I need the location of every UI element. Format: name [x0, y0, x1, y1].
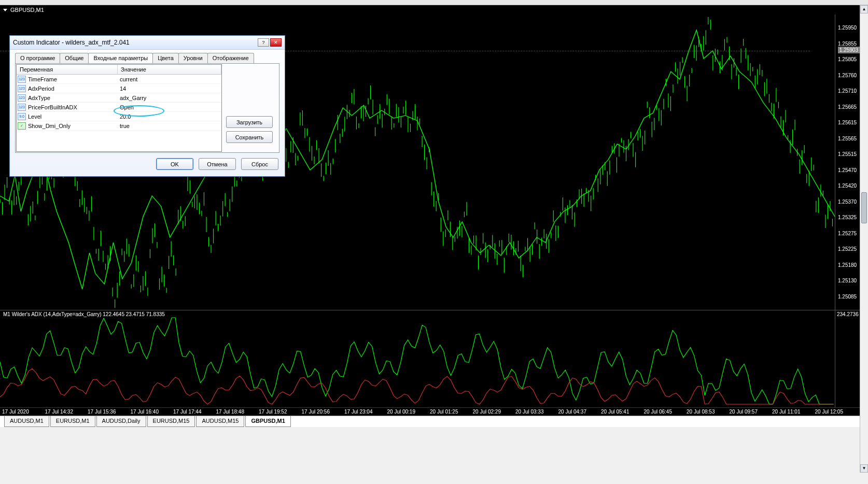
vertical-scrollbar[interactable]: ▲ ▼: [860, 5, 868, 473]
price-tick: 1.25760: [836, 73, 859, 78]
price-tick: 1.25180: [836, 262, 859, 268]
price-tick: 1.25950: [836, 25, 859, 31]
param-name: AdxPeriod: [27, 86, 118, 92]
time-tick: 20 Jul 00:19: [387, 409, 430, 415]
param-value[interactable]: 14: [118, 86, 221, 92]
price-tick: 1.25325: [836, 215, 859, 220]
type-icon: 123: [18, 94, 26, 102]
current-price-label: 1.25903: [838, 47, 860, 53]
scrollbar-thumb[interactable]: [861, 192, 867, 223]
chart-title-bar: GBPUSD,M1: [0, 5, 860, 15]
time-tick: 17 Jul 2020: [2, 409, 45, 415]
dialog-tabs: О программеОбщиеВходные параметрыЦветаУр…: [10, 50, 285, 63]
param-row[interactable]: 9.0Level20.0: [17, 112, 221, 121]
scroll-up-icon[interactable]: ▲: [860, 5, 868, 13]
scroll-down-icon[interactable]: ▼: [860, 464, 868, 473]
time-tick: 17 Jul 23:04: [344, 409, 387, 415]
param-row[interactable]: 123TimeFramecurrent: [17, 75, 221, 84]
dialog-tab[interactable]: Общие: [60, 53, 89, 63]
time-tick: 20 Jul 06:45: [644, 409, 687, 415]
price-tick: 1.25565: [836, 136, 859, 141]
time-tick: 17 Jul 15:36: [88, 409, 131, 415]
param-row[interactable]: ✓Show_Dmi_Onlytrue: [17, 121, 221, 131]
param-name: Level: [27, 113, 118, 120]
price-tick: 1.25665: [836, 104, 859, 110]
price-tick: 1.25225: [836, 246, 859, 252]
time-tick: 20 Jul 04:37: [558, 409, 601, 415]
price-tick: 1.25710: [836, 88, 859, 94]
chart-tab[interactable]: AUDUSD,M15: [196, 416, 244, 427]
time-tick: 17 Jul 18:48: [216, 409, 259, 415]
dialog-title: Custom Indicator - wilders_adx_mtf_2.041: [13, 39, 257, 46]
time-tick: 20 Jul 01:25: [430, 409, 473, 415]
param-value[interactable]: Open: [118, 104, 221, 110]
indicator-axis: 234.2736: [835, 310, 860, 407]
dialog-tab[interactable]: Уровни: [178, 53, 208, 63]
dialog-tab[interactable]: О программе: [15, 53, 60, 63]
dropdown-icon[interactable]: [3, 9, 7, 11]
param-row[interactable]: 123AdxPeriod14: [17, 84, 221, 93]
time-tick: 17 Jul 19:52: [259, 409, 302, 415]
param-value[interactable]: adx_Garry: [118, 95, 221, 101]
table-header: Переменная Значение: [17, 65, 221, 75]
dialog-tab[interactable]: Входные параметры: [88, 53, 153, 63]
time-tick: 20 Jul 09:57: [730, 409, 773, 415]
type-icon: 123: [18, 104, 26, 111]
time-tick: 20 Jul 12:05: [815, 409, 858, 415]
price-tick: 1.25420: [836, 183, 859, 189]
time-tick: 17 Jul 17:44: [173, 409, 216, 415]
price-tick: 1.25275: [836, 231, 859, 236]
dialog-titlebar[interactable]: Custom Indicator - wilders_adx_mtf_2.041…: [10, 36, 285, 50]
type-icon: 123: [18, 85, 26, 92]
time-tick: 20 Jul 11:01: [772, 409, 815, 415]
time-tick: 20 Jul 08:53: [687, 409, 730, 415]
price-tick: 1.25085: [836, 294, 859, 300]
save-button[interactable]: Сохранить: [226, 131, 273, 143]
type-icon: 123: [18, 76, 26, 83]
dialog-tab[interactable]: Отображение: [207, 53, 254, 63]
time-tick: 20 Jul 05:41: [601, 409, 644, 415]
price-tick: 1.25470: [836, 167, 859, 173]
param-row[interactable]: 123PriceForBuiltInADXOpen: [17, 103, 221, 112]
type-icon: ✓: [18, 122, 26, 130]
chart-symbol-title: GBPUSD,M1: [10, 7, 44, 13]
price-tick: 1.25370: [836, 199, 859, 205]
time-tick: 20 Jul 03:33: [515, 409, 558, 415]
param-name: TimeFrame: [27, 76, 118, 82]
indicator-svg: [0, 310, 835, 407]
time-tick: 17 Jul 16:40: [131, 409, 174, 415]
price-tick: 1.25615: [836, 120, 859, 125]
parameters-table[interactable]: Переменная Значение 123TimeFramecurrent1…: [16, 64, 222, 152]
param-row[interactable]: 123AdxTypeadx_Garry: [17, 93, 221, 103]
param-value[interactable]: true: [118, 123, 221, 129]
time-tick: 20 Jul 02:29: [473, 409, 516, 415]
help-button[interactable]: ?: [258, 38, 269, 47]
param-name: Show_Dmi_Only: [27, 123, 118, 129]
price-tick: 1.25515: [836, 151, 859, 157]
param-name: AdxType: [27, 95, 118, 101]
indicator-panel[interactable]: M1 Wilder's ADX (14,AdxType=adx_Garry) 1…: [0, 310, 860, 407]
chart-tab[interactable]: EURUSD,M1: [50, 416, 95, 427]
app-toolbar: [0, 0, 868, 5]
chart-tab[interactable]: EURUSD,M15: [147, 416, 195, 427]
close-button[interactable]: ✕: [270, 38, 282, 47]
indicator-properties-dialog: Custom Indicator - wilders_adx_mtf_2.041…: [9, 35, 285, 177]
cancel-button[interactable]: Отмена: [199, 158, 236, 170]
load-button[interactable]: Загрузить: [226, 116, 273, 128]
dialog-tab[interactable]: Цвета: [152, 53, 179, 63]
param-value[interactable]: current: [118, 76, 221, 82]
time-tick: 17 Jul 20:56: [302, 409, 345, 415]
param-value[interactable]: 20.0: [118, 113, 221, 120]
chart-tab[interactable]: GBPUSD,M1: [245, 416, 290, 427]
price-tick: 1.25805: [836, 56, 859, 62]
time-tick: 17 Jul 14:32: [45, 409, 88, 415]
ok-button[interactable]: OK: [156, 158, 193, 170]
chart-tab[interactable]: AUDUSD,Daily: [96, 416, 146, 427]
chart-tab[interactable]: AUDUSD,M1: [4, 416, 49, 427]
time-axis: 17 Jul 202017 Jul 14:3217 Jul 15:3617 Ju…: [0, 407, 860, 416]
type-icon: 9.0: [18, 113, 26, 120]
price-tick: 1.25855: [836, 41, 859, 47]
chart-tabs: AUDUSD,M1EURUSD,M1AUDUSD,DailyEURUSD,M15…: [0, 416, 860, 427]
reset-button[interactable]: Сброс: [241, 158, 278, 170]
dialog-body: Переменная Значение 123TimeFramecurrent1…: [15, 63, 279, 153]
